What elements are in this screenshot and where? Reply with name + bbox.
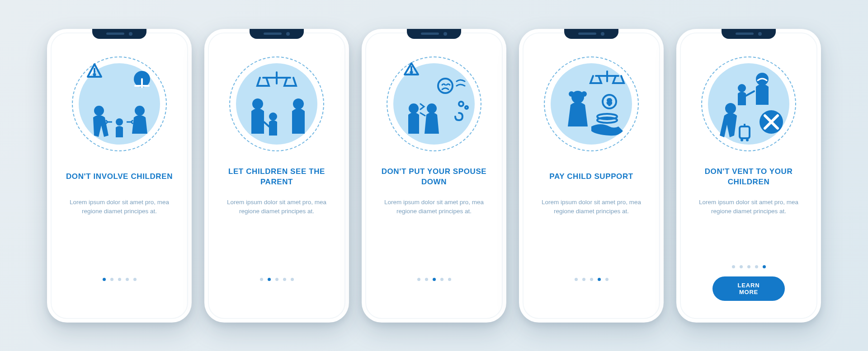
svg-point-3: [94, 106, 104, 116]
page-dot[interactable]: [590, 278, 593, 281]
screen-title: PAY CHILD SUPPORT: [549, 166, 633, 188]
page-dot[interactable]: [732, 265, 735, 268]
svg-point-29: [725, 103, 736, 114]
page-dot[interactable]: [433, 278, 436, 281]
page-dot[interactable]: [275, 278, 278, 281]
svg-point-33: [746, 139, 749, 141]
page-dot[interactable]: [417, 278, 420, 281]
page-indicators: [676, 265, 821, 268]
svg-point-15: [465, 106, 468, 109]
onboarding-carousel: DON'T INVOLVE CHILDREN Lorem ipsum dolor…: [47, 29, 821, 323]
svg-point-10: [293, 98, 304, 109]
svg-text:$: $: [608, 98, 612, 106]
phone-screen-4: $ PAY CHILD SUPPORT Lorem ipsum dolor si…: [519, 29, 664, 323]
page-dot[interactable]: [268, 278, 271, 281]
svg-point-28: [738, 84, 746, 92]
screen-description: Lorem ipsum dolor sit amet pro, mea regi…: [382, 198, 486, 217]
phone-screen-1: DON'T INVOLVE CHILDREN Lorem ipsum dolor…: [47, 29, 192, 323]
dont-involve-icon: [70, 54, 169, 154]
phone-screen-3: DON'T PUT YOUR SPOUSE DOWN Lorem ipsum d…: [362, 29, 506, 323]
page-dot[interactable]: [118, 278, 121, 281]
phone-notch: [407, 29, 461, 39]
page-dot[interactable]: [110, 278, 113, 281]
screen-description: Lorem ipsum dolor sit amet pro, mea regi…: [225, 198, 329, 217]
page-dot[interactable]: [763, 265, 766, 268]
screen-title: DON'T INVOLVE CHILDREN: [66, 166, 173, 188]
page-dot[interactable]: [440, 278, 443, 281]
see-parent-icon: [227, 54, 326, 154]
page-dot[interactable]: [133, 278, 137, 281]
page-dot[interactable]: [747, 265, 750, 268]
svg-point-12: [411, 71, 412, 73]
screen-title: DON'T VENT TO YOUR CHILDREN: [694, 166, 803, 188]
screen-description: Lorem ipsum dolor sit amet pro, mea regi…: [67, 198, 171, 217]
svg-point-32: [741, 139, 743, 141]
svg-point-5: [116, 118, 123, 126]
svg-point-17: [427, 103, 437, 113]
page-dot[interactable]: [126, 278, 129, 281]
page-indicators: [519, 278, 664, 281]
svg-point-9: [269, 112, 277, 121]
page-dot[interactable]: [260, 278, 263, 281]
page-indicators: [204, 278, 349, 281]
svg-point-16: [409, 103, 419, 113]
learn-more-button[interactable]: LEARN MORE: [712, 276, 785, 301]
screen-description: Lorem ipsum dolor sit amet pro, mea regi…: [539, 198, 643, 217]
page-dot[interactable]: [425, 278, 428, 281]
child-support-icon: $: [542, 54, 641, 154]
page-dot[interactable]: [598, 278, 601, 281]
svg-point-8: [252, 98, 263, 109]
screen-title: LET CHILDREN SEE THE PARENT: [222, 166, 331, 188]
page-dot[interactable]: [605, 278, 609, 281]
phone-screen-5: DON'T VENT TO YOUR CHILDREN Lorem ipsum …: [676, 29, 821, 323]
svg-point-22: [581, 91, 587, 97]
phone-notch: [722, 29, 776, 39]
phone-notch: [564, 29, 618, 39]
page-dot[interactable]: [448, 278, 451, 281]
page-dot[interactable]: [755, 265, 758, 268]
phone-screen-2: LET CHILDREN SEE THE PARENT Lorem ipsum …: [204, 29, 349, 323]
page-dot[interactable]: [740, 265, 743, 268]
page-dot[interactable]: [103, 278, 106, 281]
spouse-down-icon: [384, 54, 484, 154]
dont-vent-icon: [699, 54, 798, 154]
svg-point-1: [94, 74, 95, 75]
svg-rect-30: [740, 126, 750, 138]
svg-point-4: [135, 106, 145, 116]
page-dot[interactable]: [291, 278, 294, 281]
phone-notch: [250, 29, 304, 39]
phone-notch: [92, 29, 146, 39]
page-dot[interactable]: [575, 278, 578, 281]
svg-point-14: [459, 102, 463, 106]
page-dot[interactable]: [582, 278, 585, 281]
screen-description: Lorem ipsum dolor sit amet pro, mea regi…: [697, 198, 801, 217]
page-dot[interactable]: [283, 278, 286, 281]
page-indicators: [362, 278, 506, 281]
svg-point-13: [438, 79, 453, 93]
page-indicators: [47, 278, 192, 281]
svg-point-21: [569, 91, 574, 97]
screen-title: DON'T PUT YOUR SPOUSE DOWN: [380, 166, 488, 188]
